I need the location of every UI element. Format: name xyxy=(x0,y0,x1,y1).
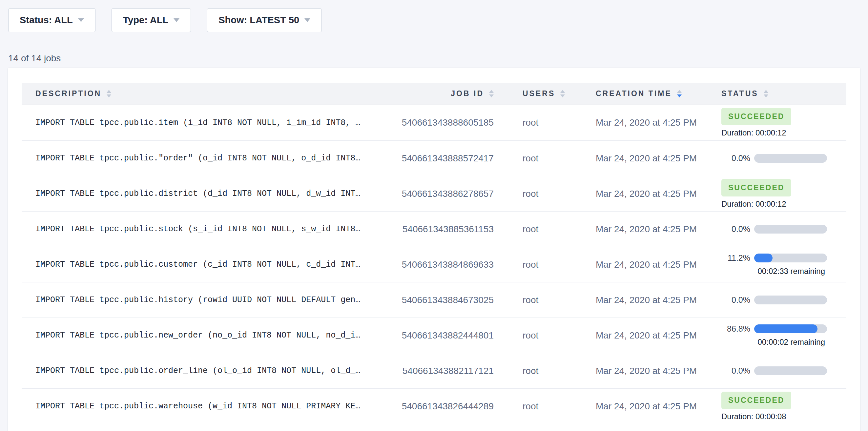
chevron-down-icon xyxy=(174,19,180,22)
job-status-cell: 11.2% 00:02:33 remaining xyxy=(709,253,846,276)
job-creation-time: Mar 24, 2020 at 4:25 PM xyxy=(584,295,709,305)
progress-bar-fill xyxy=(754,253,773,263)
status-duration: Duration: 00:00:12 xyxy=(721,128,846,137)
job-id: 540661343882117121 xyxy=(395,366,494,376)
job-status-cell: 0.0% xyxy=(709,224,846,234)
status-duration: Duration: 00:00:08 xyxy=(721,412,846,421)
status-badge: SUCCEEDED xyxy=(721,392,791,409)
table-row: IMPORT TABLE tpcc.public.stock (s_i_id I… xyxy=(22,211,846,247)
progress-bar xyxy=(754,225,827,234)
progress-percent: 0.0% xyxy=(721,295,750,305)
filters-bar: Status: ALL Type: ALL Show: LATEST 50 xyxy=(0,0,868,32)
job-id: 540661343826444289 xyxy=(395,401,494,412)
progress-bar xyxy=(754,366,827,375)
table-row: IMPORT TABLE tpcc.public.new_order (no_o… xyxy=(22,317,846,353)
table-header: DESCRIPTION JOB ID USERS CREATION TIME S… xyxy=(22,83,846,105)
table-row: IMPORT TABLE tpcc.public.warehouse (w_id… xyxy=(22,388,846,424)
status-badge: SUCCEEDED xyxy=(721,108,791,125)
job-id: 540661343886278657 xyxy=(395,189,494,199)
progress-percent: 0.0% xyxy=(721,366,750,376)
table-row: IMPORT TABLE tpcc.public."order" (o_id I… xyxy=(22,141,846,176)
job-user: root xyxy=(494,189,584,199)
job-user: root xyxy=(494,401,584,412)
type-filter-dropdown[interactable]: Type: ALL xyxy=(112,8,191,32)
table-row: IMPORT TABLE tpcc.public.customer (c_id … xyxy=(22,247,846,282)
job-user: root xyxy=(494,259,584,270)
table-row: IMPORT TABLE tpcc.public.item (i_id INT8… xyxy=(22,105,846,141)
type-filter-label: Type: ALL xyxy=(123,15,168,26)
job-id: 540661343888605185 xyxy=(395,117,494,128)
job-description: IMPORT TABLE tpcc.public.warehouse (w_id… xyxy=(22,401,395,411)
job-user: root xyxy=(494,153,584,164)
jobs-count: 14 of 14 jobs xyxy=(8,53,868,64)
job-description: IMPORT TABLE tpcc.public."order" (o_id I… xyxy=(22,154,395,163)
job-id: 540661343882444801 xyxy=(395,330,494,341)
progress-percent: 0.0% xyxy=(721,224,750,234)
sort-icon xyxy=(489,90,494,97)
progress-bar xyxy=(754,296,827,304)
progress-percent: 0.0% xyxy=(721,154,750,163)
job-status-cell: SUCCEEDED Duration: 00:00:12 xyxy=(709,179,846,209)
sort-icon xyxy=(677,90,682,97)
job-creation-time: Mar 24, 2020 at 4:25 PM xyxy=(584,330,709,341)
progress-percent: 11.2% xyxy=(721,253,750,263)
job-id: 540661343884869633 xyxy=(395,259,494,270)
job-creation-time: Mar 24, 2020 at 4:25 PM xyxy=(584,401,709,412)
status-duration: Duration: 00:00:12 xyxy=(721,199,846,209)
column-header-creation-time[interactable]: CREATION TIME xyxy=(584,89,709,98)
job-user: root xyxy=(494,366,584,376)
jobs-table: DESCRIPTION JOB ID USERS CREATION TIME S… xyxy=(22,83,846,424)
job-status-cell: SUCCEEDED Duration: 00:00:12 xyxy=(709,108,846,137)
job-creation-time: Mar 24, 2020 at 4:25 PM xyxy=(584,366,709,376)
job-description: IMPORT TABLE tpcc.public.stock (s_i_id I… xyxy=(22,224,395,234)
job-description: IMPORT TABLE tpcc.public.item (i_id INT8… xyxy=(22,118,395,128)
table-row: IMPORT TABLE tpcc.public.order_line (ol_… xyxy=(22,353,846,388)
chevron-down-icon xyxy=(304,19,310,22)
status-badge: SUCCEEDED xyxy=(721,179,791,196)
column-header-job-id[interactable]: JOB ID xyxy=(395,89,494,98)
show-filter-dropdown[interactable]: Show: LATEST 50 xyxy=(207,8,322,32)
job-user: root xyxy=(494,295,584,305)
job-creation-time: Mar 24, 2020 at 4:25 PM xyxy=(584,117,709,128)
job-creation-time: Mar 24, 2020 at 4:25 PM xyxy=(584,259,709,270)
progress-remaining: 00:02:33 remaining xyxy=(721,267,827,276)
job-user: root xyxy=(494,224,584,235)
job-description: IMPORT TABLE tpcc.public.new_order (no_o… xyxy=(22,331,395,340)
job-status-cell: 0.0% xyxy=(709,295,846,305)
show-filter-label: Show: LATEST 50 xyxy=(218,15,299,26)
job-description: IMPORT TABLE tpcc.public.order_line (ol_… xyxy=(22,366,395,376)
column-header-users[interactable]: USERS xyxy=(494,89,584,98)
table-row: IMPORT TABLE tpcc.public.history (rowid … xyxy=(22,282,846,317)
status-filter-label: Status: ALL xyxy=(20,15,73,26)
progress-remaining: 00:00:02 remaining xyxy=(721,338,827,347)
sort-icon xyxy=(560,90,565,97)
job-user: root xyxy=(494,117,584,128)
chevron-down-icon xyxy=(78,19,84,22)
progress-bar xyxy=(754,154,827,163)
table-body: IMPORT TABLE tpcc.public.item (i_id INT8… xyxy=(22,105,846,424)
job-status-cell: 86.8% 00:00:02 remaining xyxy=(709,324,846,347)
job-creation-time: Mar 24, 2020 at 4:25 PM xyxy=(584,153,709,164)
sort-icon xyxy=(764,90,768,97)
job-description: IMPORT TABLE tpcc.public.district (d_id … xyxy=(22,189,395,198)
column-header-description[interactable]: DESCRIPTION xyxy=(22,89,395,98)
progress-bar xyxy=(754,325,827,333)
jobs-table-card: DESCRIPTION JOB ID USERS CREATION TIME S… xyxy=(8,68,860,431)
status-filter-dropdown[interactable]: Status: ALL xyxy=(8,8,95,32)
job-user: root xyxy=(494,330,584,341)
job-creation-time: Mar 24, 2020 at 4:25 PM xyxy=(584,189,709,199)
jobs-page: Status: ALL Type: ALL Show: LATEST 50 14… xyxy=(0,0,868,431)
job-status-cell: 0.0% xyxy=(709,366,846,376)
progress-bar-fill xyxy=(754,325,817,333)
job-status-cell: 0.0% xyxy=(709,154,846,163)
table-row: IMPORT TABLE tpcc.public.district (d_id … xyxy=(22,176,846,211)
job-description: IMPORT TABLE tpcc.public.history (rowid … xyxy=(22,295,395,305)
job-id: 540661343885361153 xyxy=(395,224,494,235)
sort-icon xyxy=(106,90,111,97)
job-status-cell: SUCCEEDED Duration: 00:00:08 xyxy=(709,392,846,421)
column-header-status[interactable]: STATUS xyxy=(709,89,846,98)
progress-percent: 86.8% xyxy=(721,324,750,334)
job-id: 540661343888572417 xyxy=(395,153,494,164)
progress-bar xyxy=(754,253,827,263)
job-description: IMPORT TABLE tpcc.public.customer (c_id … xyxy=(22,260,395,269)
